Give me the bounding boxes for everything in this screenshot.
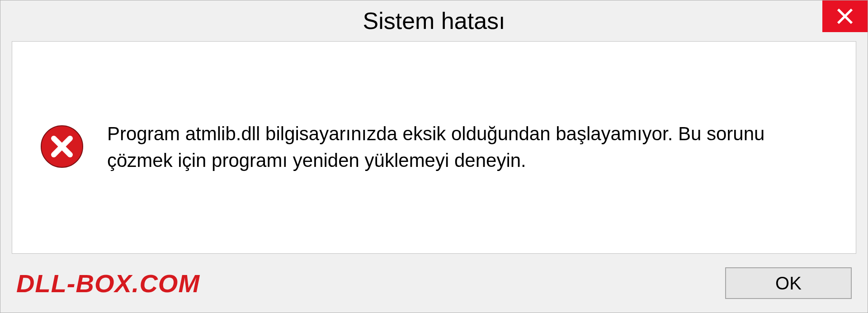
watermark-text: DLL-BOX.COM bbox=[16, 269, 200, 298]
error-icon bbox=[39, 124, 85, 171]
dialog-title: Sistem hatası bbox=[363, 7, 505, 34]
dialog-footer: DLL-BOX.COM OK bbox=[0, 265, 868, 313]
error-message: Program atmlib.dll bilgisayarınızda eksi… bbox=[107, 121, 829, 174]
close-button[interactable] bbox=[822, 0, 868, 32]
content-panel: Program atmlib.dll bilgisayarınızda eksi… bbox=[12, 41, 856, 254]
ok-button[interactable]: OK bbox=[725, 267, 852, 299]
title-bar: Sistem hatası bbox=[0, 0, 868, 41]
close-icon bbox=[836, 7, 854, 25]
error-dialog: Sistem hatası Program atmlib.dll bilgisa… bbox=[0, 0, 868, 313]
